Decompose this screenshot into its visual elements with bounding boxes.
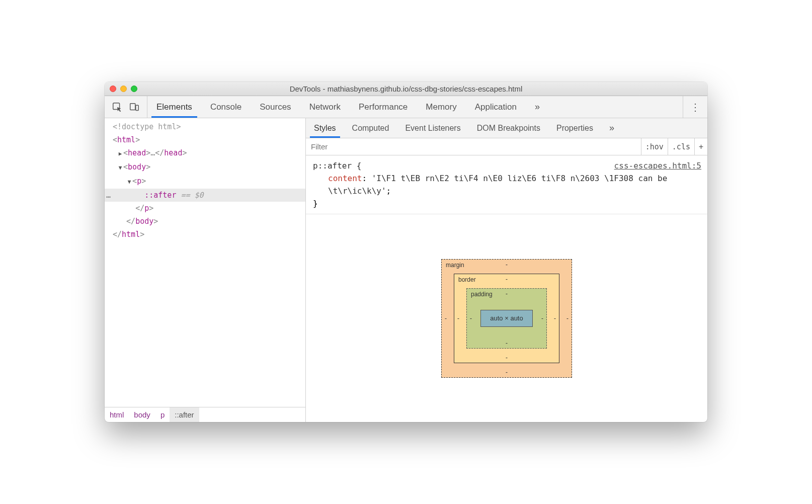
more-icon[interactable]: ⋮ — [690, 101, 700, 113]
tab-application[interactable]: Application — [466, 96, 526, 118]
tab-properties[interactable]: Properties — [548, 118, 601, 138]
bm-border[interactable]: border ---- padding ---- auto × auto — [454, 274, 559, 363]
tab-sources[interactable]: Sources — [251, 96, 300, 118]
dom-tree[interactable]: <!doctype html> <html> ▶<head>…</head> ▼… — [105, 118, 305, 407]
bm-padding[interactable]: padding ---- auto × auto — [466, 288, 547, 349]
content-area: <!doctype html> <html> ▶<head>…</head> ▼… — [105, 118, 707, 422]
crumb-after[interactable]: ::after — [170, 407, 199, 422]
devtools-window: DevTools - mathiasbynens.github.io/css-d… — [105, 82, 707, 422]
css-rule[interactable]: css-escapes.html:5 p::after { content: '… — [306, 155, 707, 214]
tab-computed[interactable]: Computed — [344, 118, 397, 138]
tab-event-listeners[interactable]: Event Listeners — [397, 118, 468, 138]
filter-input[interactable] — [306, 138, 641, 155]
styles-panel: Styles Computed Event Listeners DOM Brea… — [306, 118, 707, 422]
cls-toggle[interactable]: .cls — [668, 138, 694, 155]
crumb-p[interactable]: p — [155, 407, 170, 422]
device-icon[interactable] — [129, 102, 140, 113]
new-rule-button[interactable]: + — [694, 138, 707, 155]
main-toolbar: Elements Console Sources Network Perform… — [105, 96, 707, 118]
crumb-html[interactable]: html — [105, 407, 129, 422]
svg-rect-1 — [130, 103, 135, 110]
bm-margin[interactable]: margin ---- border ---- padding ---- aut… — [441, 259, 572, 378]
tab-elements[interactable]: Elements — [147, 96, 201, 118]
hov-toggle[interactable]: :hov — [641, 138, 668, 155]
elements-panel: <!doctype html> <html> ▶<head>…</head> ▼… — [105, 118, 306, 422]
crumb-body[interactable]: body — [129, 407, 155, 422]
tab-network[interactable]: Network — [300, 96, 350, 118]
titlebar: DevTools - mathiasbynens.github.io/css-d… — [105, 82, 707, 96]
rule-source-link[interactable]: css-escapes.html:5 — [614, 159, 701, 172]
window-title: DevTools - mathiasbynens.github.io/css-d… — [105, 85, 707, 93]
breadcrumb: html body p ::after — [105, 407, 305, 422]
tabs-overflow[interactable]: » — [526, 96, 549, 118]
tab-performance[interactable]: Performance — [350, 96, 417, 118]
svg-rect-2 — [136, 105, 139, 110]
bm-content[interactable]: auto × auto — [480, 310, 533, 327]
inspect-icon[interactable] — [112, 102, 123, 113]
selected-node[interactable]: ::after == $0 — [105, 189, 305, 202]
subtabs-overflow[interactable]: » — [601, 118, 622, 138]
box-model: margin ---- border ---- padding ---- aut… — [306, 214, 707, 422]
tab-dom-breakpoints[interactable]: DOM Breakpoints — [469, 118, 548, 138]
sidebar-tabs: Styles Computed Event Listeners DOM Brea… — [306, 118, 707, 138]
main-tabs: Elements Console Sources Network Perform… — [147, 96, 683, 118]
tab-console[interactable]: Console — [201, 96, 251, 118]
tab-memory[interactable]: Memory — [417, 96, 465, 118]
styles-filter-bar: :hov .cls + — [306, 138, 707, 155]
tab-styles[interactable]: Styles — [306, 118, 344, 138]
